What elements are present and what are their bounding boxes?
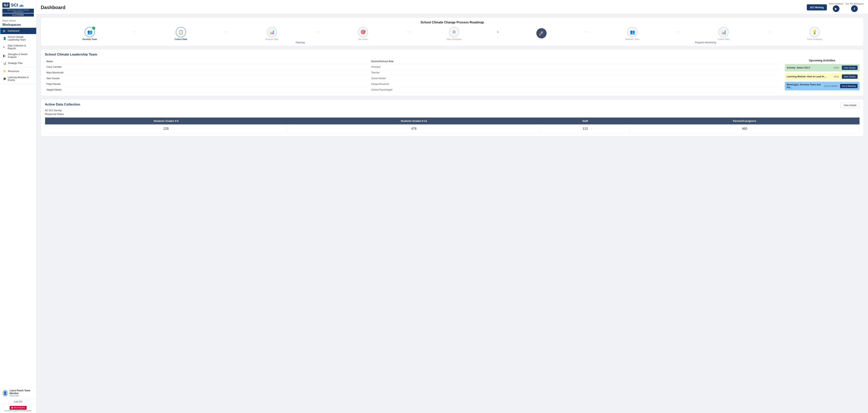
member-role: Principal <box>370 64 781 70</box>
dots-7: · · · <box>767 30 772 33</box>
activity-button[interactable]: View Details <box>842 75 858 79</box>
table-row: Carry CamdenPrincipal <box>45 64 781 70</box>
member-role: Paraprofessional <box>370 81 781 87</box>
sidebar-divider <box>0 67 36 67</box>
leadership-team-card: School Climate Leadership Team Name Dist… <box>41 49 864 96</box>
response-col-header: Students Grades 6-12 <box>287 118 541 125</box>
activities-title: Upcoming Activities <box>785 59 860 62</box>
phase-divider: › <box>497 29 498 38</box>
collect-data-pm-label: Collect Data <box>718 38 730 40</box>
dashboard-icon: ⊞ <box>3 29 6 32</box>
dots-1: · · · <box>133 30 138 33</box>
sidebar-item-data[interactable]: ≡ Data Collection & Reports <box>0 43 36 51</box>
tour-icon[interactable]: ⬇ <box>851 5 858 12</box>
collect-data-icon: 📋 <box>176 27 186 37</box>
user-name: Laura Peach Team Member <box>10 389 34 395</box>
response-value: 113 <box>540 125 630 133</box>
table-row: Mary MonmouthTeacher <box>45 70 781 76</box>
share-icon[interactable]: ▶ <box>833 5 839 12</box>
main-body: School Climate Change Process Roadmap 👥 … <box>36 14 868 140</box>
sidebar-item-resources[interactable]: 📁 Resources <box>0 68 36 75</box>
planning-label: Planning <box>47 41 554 44</box>
activity-button[interactable]: Go to Meeting <box>840 84 858 88</box>
member-name: Carry Camden <box>45 64 370 70</box>
dots-4: · · · <box>406 30 411 33</box>
response-value: 228 <box>45 125 287 133</box>
sidebar-item-strengths[interactable]: ◧ Strengths & Needs Analysis <box>0 51 36 60</box>
leadership-split: Name District/School Role Carry CamdenPr… <box>45 59 860 93</box>
set-goals-icon: 🎯 <box>358 27 368 37</box>
edit-profile-link[interactable]: Edit profile <box>10 395 34 397</box>
chart-icon: 📊 <box>3 62 6 65</box>
list-icon: ≡ <box>3 46 6 49</box>
response-value: 478 <box>287 125 541 133</box>
analysis-icon: ◧ <box>3 54 6 57</box>
share-label: Share Feedback <box>829 3 843 5</box>
align-strategies-label: Align Strategies <box>446 38 462 40</box>
view-details-button[interactable]: View Details <box>841 102 860 108</box>
col-role: District/School Role <box>370 59 781 64</box>
roadmap-step-align-strategies[interactable]: ⚙ Align Strategies <box>411 27 497 40</box>
activity-button[interactable]: View Details <box>842 65 858 70</box>
roadmap-step-collect-data-pm[interactable]: 📊 Collect Data <box>681 27 767 40</box>
sidebar-item-sclt[interactable]: 👤 School Climate Leadership Team <box>0 34 36 43</box>
activity-label: Activity: Select SCLT <box>787 66 832 69</box>
collect-data-label: Collect Data <box>175 38 187 40</box>
roadmap-card: School Climate Change Process Roadmap 👥 … <box>41 17 864 46</box>
member-name: Mary Monmouth <box>45 70 370 76</box>
sidebar-item-dashboard[interactable]: ⊞ Dashboard <box>0 28 36 34</box>
analyze-data-label: Analyze Data <box>266 38 278 40</box>
activity-item: Meeting(s): Develop Team and Pla... 10/1… <box>785 82 860 90</box>
table-row: Sam SussexSocial Worker <box>45 76 781 81</box>
sidebar-item-strategic[interactable]: 📊 Strategic Plan <box>0 60 36 66</box>
grad-icon: 🎓 <box>3 77 6 80</box>
sidebar-item-label: Learning Modules & Events <box>8 76 34 82</box>
develop-team-icon: 👥 ✓ <box>85 27 95 37</box>
table-row: Abigail AtlanticSchool Psychologist <box>45 87 781 93</box>
member-name: Patty Passaic <box>45 81 370 87</box>
roadmap-step-track-strategies[interactable]: 💡 Track Strategies <box>772 27 858 40</box>
response-col-header: Parents/Caregivers <box>630 118 859 125</box>
roadmap-step-active[interactable]: 🚀 <box>499 28 584 39</box>
roadmap-step-set-goals[interactable]: 🎯 Set Goals <box>320 27 406 40</box>
roadmap-phases: Planning Progress Monitoring <box>45 41 860 44</box>
response-value: 460 <box>630 125 859 133</box>
member-role: Social Worker <box>370 76 781 81</box>
activities-panel: Upcoming Activities Activity: Select SCL… <box>785 59 860 93</box>
track-strategies-icon: 💡 <box>810 27 820 37</box>
align-strategies-icon: ⚙ <box>449 27 459 37</box>
dots-6: · · · <box>676 30 681 33</box>
member-name: Sam Sussex <box>45 76 370 81</box>
logo-subtitle: New Jersey School Climate Improvement <box>2 9 34 13</box>
collect-data-pm-icon: 📊 <box>718 27 728 37</box>
share-feedback-button[interactable]: Share Feedback ▶ <box>829 3 843 12</box>
sidebar-item-label: Dashboard <box>8 30 19 32</box>
sidebar-item-learning[interactable]: 🎓 Learning Modules & Events <box>0 75 36 83</box>
activity-label: Meeting(s): Develop Team and Pla... <box>787 83 822 89</box>
sci-logo: SCI☁ <box>11 2 24 8</box>
member-name: Abigail Atlantic <box>45 87 370 93</box>
roadmap-step-maintain-team[interactable]: 👥 Maintain Team <box>589 27 675 40</box>
tour-label: Tour This Workspace <box>845 3 864 5</box>
page-title: Dashboard <box>41 5 65 10</box>
sci-writing-button[interactable]: SCI Writing <box>807 4 827 10</box>
rutgers-sublabel: THE STATE UNIVERSITY OF NEW JERSEY <box>2 410 34 411</box>
roadmap-step-develop-team[interactable]: 👥 ✓ Develop Team <box>47 27 133 40</box>
logout-button[interactable]: Log Out <box>0 399 36 404</box>
col-name: Name <box>45 59 370 64</box>
data-collection-header: Active Data Collection NJ SCI Survey Res… <box>45 102 860 116</box>
active-step-icon: 🚀 <box>536 28 547 38</box>
response-col-header: Staff <box>540 118 630 125</box>
tour-workspace-button[interactable]: Tour This Workspace ⬇ <box>845 3 864 12</box>
roadmap-step-analyze-data[interactable]: 📊 Analyze Data <box>229 27 315 40</box>
response-table: Students Grades 3-5Students Grades 6-12S… <box>45 118 860 133</box>
roadmap-steps: 👥 ✓ Develop Team · · · 📋 Collect Data · … <box>45 27 860 40</box>
avatar: 👤 <box>2 390 8 397</box>
activity-item: Activity: Select SCLT 10/03 View Details <box>785 64 860 71</box>
sidebar-item-label: School Climate Leadership Team <box>8 36 34 41</box>
activity-date: 10/12 <box>834 76 839 78</box>
roadmap-step-collect-data[interactable]: 📋 Collect Data <box>138 27 224 40</box>
response-col-header: Students Grades 3-5 <box>45 118 287 125</box>
develop-team-label: Develop Team <box>83 38 97 40</box>
user-info: Laura Peach Team Member Edit profile <box>10 389 34 397</box>
